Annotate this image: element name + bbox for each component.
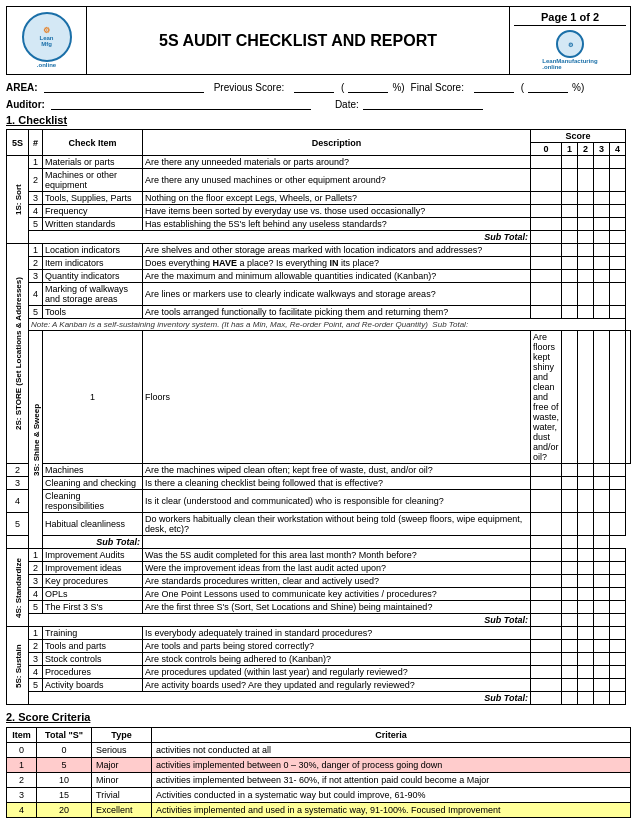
- score-4[interactable]: [610, 205, 626, 218]
- score-4[interactable]: [610, 156, 626, 169]
- score-0[interactable]: [530, 205, 561, 218]
- score-4[interactable]: [610, 627, 626, 640]
- score-0[interactable]: [530, 283, 561, 306]
- score-1[interactable]: [562, 490, 578, 513]
- score-2[interactable]: [578, 562, 594, 575]
- score-2[interactable]: [578, 627, 594, 640]
- score-1[interactable]: [562, 575, 578, 588]
- score-1[interactable]: [562, 627, 578, 640]
- prev-pct-value[interactable]: [348, 79, 388, 93]
- score-1[interactable]: [562, 562, 578, 575]
- score-0[interactable]: [530, 156, 561, 169]
- score-1[interactable]: [562, 156, 578, 169]
- score-4[interactable]: [610, 257, 626, 270]
- score-4[interactable]: [610, 666, 626, 679]
- score-4[interactable]: [610, 283, 626, 306]
- score-0[interactable]: [530, 270, 561, 283]
- score-1[interactable]: [562, 477, 578, 490]
- score-2[interactable]: [578, 192, 594, 205]
- score-0[interactable]: [562, 331, 578, 464]
- score-4[interactable]: [610, 218, 626, 231]
- score-1[interactable]: [562, 601, 578, 614]
- score-0[interactable]: [530, 666, 561, 679]
- score-0[interactable]: [530, 549, 561, 562]
- score-3[interactable]: [594, 562, 610, 575]
- score-1[interactable]: [562, 169, 578, 192]
- score-4[interactable]: [610, 477, 626, 490]
- score-2[interactable]: [578, 156, 594, 169]
- score-3[interactable]: [594, 244, 610, 257]
- score-2[interactable]: [578, 679, 594, 692]
- score-2[interactable]: [578, 588, 594, 601]
- score-0[interactable]: [530, 575, 561, 588]
- score-1[interactable]: [562, 640, 578, 653]
- score-3[interactable]: [594, 218, 610, 231]
- score-4[interactable]: [610, 588, 626, 601]
- score-2[interactable]: [594, 331, 610, 464]
- score-1[interactable]: [578, 331, 594, 464]
- score-0[interactable]: [530, 218, 561, 231]
- score-1[interactable]: [562, 653, 578, 666]
- score-0[interactable]: [530, 640, 561, 653]
- score-2[interactable]: [578, 513, 594, 536]
- score-0[interactable]: [530, 464, 561, 477]
- score-1[interactable]: [562, 588, 578, 601]
- date-value[interactable]: [363, 96, 483, 110]
- score-3[interactable]: [594, 549, 610, 562]
- score-0[interactable]: [530, 477, 561, 490]
- score-4[interactable]: [610, 562, 626, 575]
- score-3[interactable]: [594, 205, 610, 218]
- score-0[interactable]: [530, 653, 561, 666]
- score-2[interactable]: [578, 283, 594, 306]
- score-1[interactable]: [562, 205, 578, 218]
- score-3[interactable]: [594, 257, 610, 270]
- score-4[interactable]: [610, 679, 626, 692]
- final-score-value[interactable]: [474, 79, 514, 93]
- score-2[interactable]: [578, 653, 594, 666]
- score-0[interactable]: [530, 679, 561, 692]
- score-0[interactable]: [530, 490, 561, 513]
- score-4[interactable]: [610, 464, 626, 477]
- score-1[interactable]: [562, 257, 578, 270]
- score-4[interactable]: [610, 244, 626, 257]
- score-2[interactable]: [578, 640, 594, 653]
- score-0[interactable]: [530, 513, 561, 536]
- score-3[interactable]: [594, 679, 610, 692]
- area-value[interactable]: [44, 79, 204, 93]
- score-3[interactable]: [594, 640, 610, 653]
- score-0[interactable]: [530, 627, 561, 640]
- score-2[interactable]: [578, 549, 594, 562]
- score-2[interactable]: [578, 477, 594, 490]
- score-3[interactable]: [594, 653, 610, 666]
- score-3[interactable]: [594, 464, 610, 477]
- score-0[interactable]: [530, 244, 561, 257]
- score-4[interactable]: [610, 306, 626, 319]
- score-3[interactable]: [594, 283, 610, 306]
- score-0[interactable]: [530, 192, 561, 205]
- score-4[interactable]: [610, 549, 626, 562]
- score-4[interactable]: [626, 331, 631, 464]
- score-2[interactable]: [578, 306, 594, 319]
- score-4[interactable]: [610, 270, 626, 283]
- score-1[interactable]: [562, 549, 578, 562]
- score-2[interactable]: [578, 601, 594, 614]
- score-1[interactable]: [562, 218, 578, 231]
- score-3[interactable]: [594, 192, 610, 205]
- score-1[interactable]: [562, 192, 578, 205]
- score-1[interactable]: [562, 513, 578, 536]
- score-1[interactable]: [562, 270, 578, 283]
- score-1[interactable]: [562, 464, 578, 477]
- score-3[interactable]: [594, 601, 610, 614]
- prev-score-value[interactable]: [294, 79, 334, 93]
- score-3[interactable]: [594, 270, 610, 283]
- score-2[interactable]: [578, 244, 594, 257]
- score-3[interactable]: [594, 156, 610, 169]
- score-0[interactable]: [530, 257, 561, 270]
- score-0[interactable]: [530, 588, 561, 601]
- score-4[interactable]: [610, 653, 626, 666]
- score-1[interactable]: [562, 666, 578, 679]
- score-4[interactable]: [610, 490, 626, 513]
- final-pct-value[interactable]: [528, 79, 568, 93]
- score-2[interactable]: [578, 205, 594, 218]
- score-0[interactable]: [530, 169, 561, 192]
